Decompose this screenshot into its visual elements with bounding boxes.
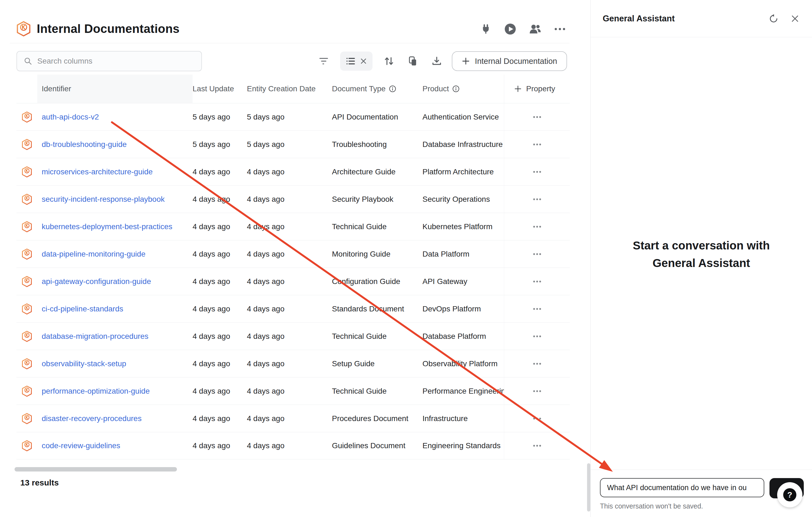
sort-button[interactable] [383, 56, 395, 67]
column-header-identifier[interactable]: Identifier [37, 74, 193, 103]
product-cell: Database Platform [423, 332, 504, 341]
view-mode-toggle[interactable] [340, 52, 373, 71]
creation-date-cell: 4 days ago [247, 332, 332, 341]
identifier-link[interactable]: performance-optimization-guide [42, 387, 150, 395]
row-more-button[interactable] [530, 387, 544, 395]
close-panel-button[interactable] [791, 14, 800, 23]
row-more-button[interactable] [530, 442, 544, 450]
identifier-cell: kubernetes-deployment-best-practices [37, 222, 193, 231]
last-update-cell: 4 days ago [193, 222, 247, 231]
copy-button[interactable] [407, 56, 418, 67]
identifier-cell: observability-stack-setup [37, 359, 193, 368]
info-icon [452, 85, 460, 92]
assistant-panel: General Assistant Start a c [590, 0, 812, 517]
more-icon [533, 198, 541, 201]
filter-button[interactable] [318, 57, 329, 65]
more-icon [533, 225, 541, 228]
row-more-button[interactable] [530, 113, 544, 121]
product-cell: DevOps Platform [423, 305, 504, 313]
download-icon [431, 56, 442, 67]
identifier-link[interactable]: ci-cd-pipeline-standards [42, 305, 123, 313]
row-actions-cell [504, 432, 570, 459]
help-widget-button[interactable]: ? [777, 482, 803, 508]
identifier-link[interactable]: database-migration-procedures [42, 332, 148, 340]
row-more-button[interactable] [530, 305, 544, 313]
identifier-link[interactable]: observability-stack-setup [42, 359, 126, 368]
product-cell: Security Operations [423, 195, 504, 204]
row-more-button[interactable] [530, 278, 544, 285]
last-update-cell: 4 days ago [193, 442, 247, 450]
document-type-cell: Security Playbook [332, 195, 423, 204]
more-icon [533, 308, 541, 310]
play-icon [504, 23, 516, 35]
table-toolbar: Internal Documentation [0, 51, 590, 71]
row-actions-cell [504, 350, 570, 377]
add-property-button[interactable]: Property [504, 74, 570, 103]
product-cell: Platform Architecture [423, 168, 504, 176]
run-button[interactable] [504, 23, 516, 35]
results-count: 13 results [20, 478, 59, 487]
copy-icon [407, 56, 418, 67]
column-header-last-update[interactable]: Last Update [193, 85, 247, 93]
more-icon [533, 445, 541, 447]
search-box[interactable] [17, 51, 202, 71]
row-actions-cell [504, 213, 570, 240]
chat-input[interactable] [600, 478, 764, 497]
last-update-cell: 5 days ago [193, 113, 247, 121]
more-icon [533, 253, 541, 255]
more-options-button[interactable] [554, 27, 566, 31]
row-more-button[interactable] [530, 360, 544, 368]
clear-view-icon[interactable] [360, 58, 367, 64]
row-more-button[interactable] [530, 333, 544, 340]
horizontal-scrollbar[interactable] [14, 467, 177, 472]
row-more-button[interactable] [530, 168, 544, 176]
creation-date-cell: 4 days ago [247, 195, 332, 204]
row-more-button[interactable] [530, 250, 544, 258]
last-update-cell: 4 days ago [193, 305, 247, 313]
column-header-entity-creation-date[interactable]: Entity Creation Date [247, 85, 332, 93]
reset-conversation-button[interactable] [768, 14, 779, 24]
entity-hexagon-icon [22, 276, 32, 287]
page-header: Internal Documentations [17, 21, 179, 37]
identifier-link[interactable]: data-pipeline-monitoring-guide [42, 250, 145, 258]
identifier-link[interactable]: security-incident-response-playbook [42, 195, 165, 204]
table-row: db-troubleshooting-guide 5 days ago 5 da… [17, 130, 570, 158]
identifier-link[interactable]: db-troubleshooting-guide [42, 140, 127, 149]
identifier-link[interactable]: auth-api-docs-v2 [42, 113, 99, 121]
entity-icon-cell [17, 221, 37, 233]
search-input[interactable] [37, 57, 196, 65]
row-actions-cell [504, 186, 570, 213]
column-header-document-type[interactable]: Document Type [332, 85, 423, 93]
document-type-cell: Architecture Guide [332, 168, 423, 176]
integrations-button[interactable] [480, 23, 492, 35]
entity-hexagon-icon [22, 111, 32, 123]
row-more-button[interactable] [530, 195, 544, 203]
vertical-scrollbar[interactable] [587, 463, 590, 512]
product-cell: Observability Platform [423, 359, 504, 368]
identifier-link[interactable]: kubernetes-deployment-best-practices [42, 222, 172, 231]
column-header-product[interactable]: Product [423, 85, 504, 93]
row-more-button[interactable] [530, 415, 544, 422]
identifier-link[interactable]: api-gateway-configuration-guide [42, 277, 151, 286]
creation-date-cell: 4 days ago [247, 442, 332, 450]
row-actions-cell [504, 295, 570, 323]
entity-hexagon-icon [22, 139, 32, 150]
entity-hexagon-icon [22, 221, 32, 233]
row-more-button[interactable] [530, 223, 544, 231]
identifier-link[interactable]: code-review-guidelines [42, 442, 120, 450]
identifier-cell: ci-cd-pipeline-standards [37, 305, 193, 313]
users-icon [529, 24, 542, 34]
identifier-link[interactable]: disaster-recovery-procedures [42, 414, 142, 423]
creation-date-cell: 4 days ago [247, 359, 332, 368]
entity-hexagon-icon [22, 386, 32, 397]
table-row: code-review-guidelines 4 days ago 4 days… [17, 432, 570, 459]
plus-icon [462, 57, 470, 65]
plug-icon [480, 23, 492, 35]
row-actions-cell [504, 103, 570, 130]
create-entity-label: Internal Documentation [475, 57, 557, 66]
download-button[interactable] [431, 56, 442, 67]
create-entity-button[interactable]: Internal Documentation [452, 51, 567, 71]
identifier-link[interactable]: microservices-architecture-guide [42, 168, 153, 176]
row-more-button[interactable] [530, 141, 544, 148]
members-button[interactable] [529, 24, 542, 34]
